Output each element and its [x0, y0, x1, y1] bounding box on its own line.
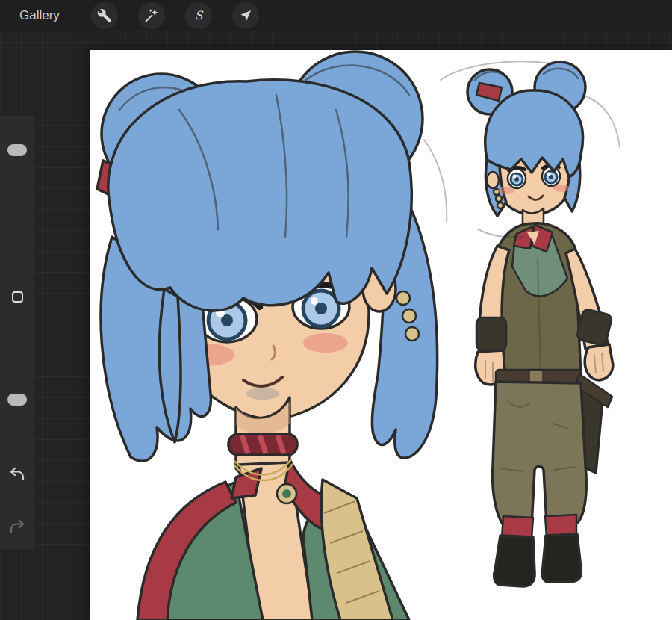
magic-wand-icon: [144, 8, 159, 23]
character-artwork: [90, 50, 672, 620]
topbar-icons: S: [91, 2, 259, 29]
topbar: Gallery S: [0, 0, 672, 31]
adjustments-button[interactable]: [138, 2, 165, 29]
selection-button[interactable]: S: [185, 2, 212, 29]
redo-icon: [8, 518, 26, 536]
workspace-background: [0, 31, 672, 620]
undo-icon: [8, 465, 26, 483]
artwork-canvas[interactable]: [90, 50, 672, 620]
selection-s-icon: S: [190, 7, 207, 24]
redo-button[interactable]: [0, 510, 34, 543]
procreate-window: Gallery S: [0, 0, 672, 620]
opacity-slider-thumb[interactable]: [7, 394, 27, 406]
wrench-icon: [97, 8, 112, 23]
opacity-slider[interactable]: [0, 303, 34, 467]
gallery-button[interactable]: Gallery: [18, 5, 61, 26]
svg-text:S: S: [195, 9, 204, 22]
modify-square-icon: [12, 291, 23, 303]
transform-button[interactable]: [232, 2, 259, 29]
undo-button[interactable]: [0, 458, 34, 491]
sidebar: [0, 116, 34, 549]
brush-size-slider[interactable]: [0, 116, 34, 280]
transform-arrow-icon: [238, 8, 253, 23]
actions-button[interactable]: [91, 2, 118, 29]
brush-size-slider-thumb[interactable]: [7, 144, 27, 156]
